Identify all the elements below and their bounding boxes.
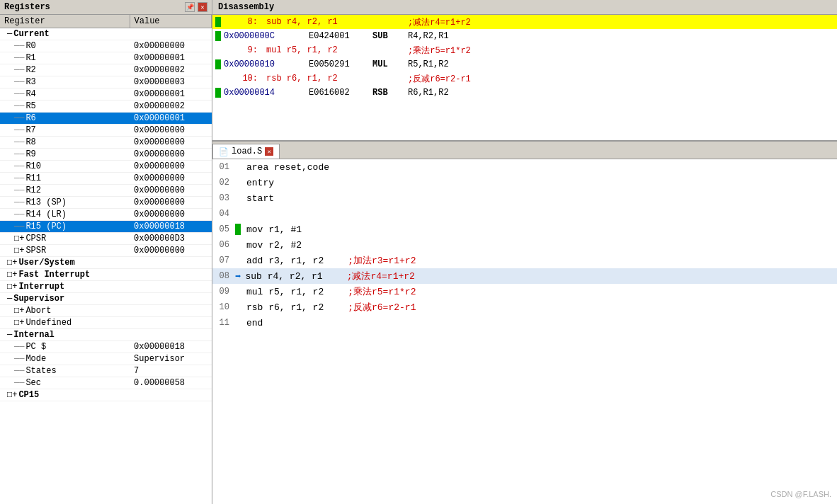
register-name: ──Sec: [0, 377, 130, 389]
expand-icon[interactable]: □+: [14, 318, 24, 328]
table-row[interactable]: ──R50x00000002: [0, 101, 212, 113]
table-row[interactable]: □+Undefined: [0, 317, 212, 329]
source-row: 10 rsb r6, r1, r2;反减r6=r2-r1: [212, 299, 837, 315]
table-row[interactable]: □+Abort: [0, 305, 212, 317]
source-code: area reset,code: [244, 162, 332, 173]
table-row[interactable]: □+SPSR0x00000000: [0, 245, 212, 257]
source-content[interactable]: 01 area reset,code02 entry03start0405 mo…: [212, 159, 837, 504]
expand-icon[interactable]: □+: [14, 306, 24, 316]
register-value: [130, 317, 211, 329]
register-name: ──PC $: [0, 341, 130, 353]
table-row[interactable]: ──R40x00000001: [0, 88, 212, 101]
disassembly-content[interactable]: 8:sub r4, r2, r1;减法r4=r1+r20x0000000CE04…: [212, 15, 837, 140]
disasm-row: 10:rsb r6, r1, r2;反减r6=r2-r1: [212, 71, 837, 86]
register-name: ──R8: [0, 137, 130, 149]
register-name: ─Supervisor: [0, 293, 130, 305]
table-row[interactable]: ──States7: [0, 365, 212, 377]
expand-icon[interactable]: □+: [14, 246, 24, 256]
source-tab[interactable]: 📄 load.S ✕: [212, 144, 280, 159]
register-value: [130, 305, 211, 317]
register-name: □+CP15: [0, 389, 130, 401]
registers-title: Registers: [4, 2, 50, 12]
table-row[interactable]: ──R14 (LR)0x00000000: [0, 209, 212, 221]
table-row[interactable]: □+CP15: [0, 389, 212, 401]
green-indicator: [215, 31, 221, 41]
source-code: rsb r6, r1, r2: [244, 302, 326, 313]
table-row[interactable]: □+Fast Interrupt: [0, 269, 212, 281]
close-icon[interactable]: ✕: [198, 2, 207, 12]
disasm-operands: R6,R1,R2: [408, 88, 514, 98]
register-name: ──R3: [0, 76, 130, 88]
expand-icon[interactable]: □+: [7, 390, 17, 400]
table-row[interactable]: ──ModeSupervisor: [0, 353, 212, 365]
tab-file-icon: 📄: [219, 147, 229, 156]
register-value: 0x00000003: [130, 76, 211, 88]
table-row[interactable]: ──R00x00000000: [0, 40, 212, 52]
register-name: ──R11: [0, 173, 130, 185]
table-row[interactable]: ──R70x00000000: [0, 125, 212, 137]
source-row: 09 mul r5, r1, r2;乘法r5=r1*r2: [212, 284, 837, 299]
line-number: 08: [212, 271, 235, 281]
register-name: ──Mode: [0, 353, 130, 365]
source-code: mov r2, #2: [244, 240, 304, 251]
disasm-mnemonic: RSB: [372, 88, 408, 98]
register-name: ──R2: [0, 64, 130, 76]
line-number: 03: [212, 193, 235, 203]
register-value: [130, 329, 211, 341]
disasm-mnemonic: SUB: [372, 31, 408, 41]
source-code: add r3, r1, r2: [244, 256, 326, 266]
green-indicator: [215, 59, 221, 69]
register-value: [130, 293, 211, 305]
table-row[interactable]: ──R90x00000000: [0, 149, 212, 161]
register-value: 0x00000018: [130, 341, 211, 353]
register-name: □+Abort: [0, 305, 130, 317]
collapse-icon[interactable]: ─: [7, 29, 12, 39]
disasm-lineno: 10:: [224, 74, 266, 84]
collapse-icon[interactable]: ─: [7, 294, 12, 304]
table-row[interactable]: ──R60x00000001: [0, 113, 212, 125]
disasm-lineno: 9:: [224, 45, 266, 55]
table-row[interactable]: ──R13 (SP)0x00000000: [0, 197, 212, 209]
table-row[interactable]: ─Supervisor: [0, 293, 212, 305]
source-row: 04: [212, 206, 837, 222]
expand-icon[interactable]: □+: [7, 270, 17, 280]
source-row: 11 end: [212, 315, 837, 331]
register-value: [130, 389, 211, 401]
disasm-rows: 8:sub r4, r2, r1;减法r4=r1+r20x0000000CE04…: [212, 15, 837, 100]
register-name: ──R9: [0, 149, 130, 161]
table-row[interactable]: ──R100x00000000: [0, 161, 212, 173]
source-code: end: [244, 318, 266, 328]
table-row[interactable]: ─Internal: [0, 329, 212, 341]
table-row[interactable]: ──R10x00000001: [0, 52, 212, 64]
table-row[interactable]: □+Interrupt: [0, 281, 212, 293]
expand-icon[interactable]: □+: [7, 258, 17, 268]
table-row[interactable]: ──R120x00000000: [0, 185, 212, 197]
register-name: ──R0: [0, 40, 130, 52]
green-indicator: [215, 88, 221, 98]
pin-icon[interactable]: 📌: [185, 2, 195, 12]
header-icons: 📌 ✕: [185, 2, 207, 12]
table-row[interactable]: ──R15 (PC)0x00000018: [0, 221, 212, 233]
line-number: 04: [212, 209, 235, 219]
collapse-icon[interactable]: ─: [7, 330, 12, 340]
line-number: 02: [212, 178, 235, 188]
disasm-hex: E0424001: [309, 31, 372, 41]
table-row[interactable]: ──R110x00000000: [0, 173, 212, 185]
table-row[interactable]: ──R20x00000002: [0, 64, 212, 76]
register-name: ──R13 (SP): [0, 197, 130, 209]
table-row[interactable]: ──R30x00000003: [0, 76, 212, 88]
register-value: [130, 269, 211, 281]
register-value: 0x00000001: [130, 113, 211, 125]
table-row[interactable]: ──PC $0x00000018: [0, 341, 212, 353]
table-row[interactable]: ──Sec0.00000058: [0, 377, 212, 389]
source-comment: ;乘法r5=r1*r2: [348, 285, 416, 298]
register-name: ──R7: [0, 125, 130, 137]
value-col-header: Value: [130, 15, 211, 28]
table-row[interactable]: □+CPSR0x000000D3: [0, 233, 212, 245]
table-row[interactable]: □+User/System: [0, 257, 212, 269]
expand-icon[interactable]: □+: [7, 282, 17, 292]
tab-close-button[interactable]: ✕: [265, 147, 273, 156]
table-row[interactable]: ─Current: [0, 28, 212, 40]
expand-icon[interactable]: □+: [14, 234, 24, 244]
table-row[interactable]: ──R80x00000000: [0, 137, 212, 149]
